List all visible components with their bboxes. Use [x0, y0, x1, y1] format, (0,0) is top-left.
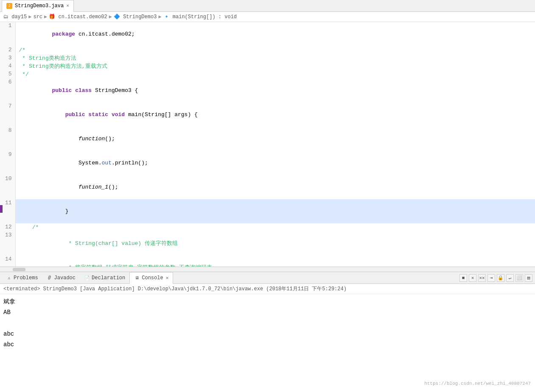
table-row: 11 }: [0, 199, 535, 223]
line-number: 2: [0, 46, 15, 54]
open-console-button[interactable]: ⬜: [515, 274, 523, 282]
line-number: 7: [0, 103, 15, 127]
breadcrumb-sep-2: ▶: [44, 14, 47, 20]
output-line-2: AB: [3, 307, 532, 318]
breadcrumb-method[interactable]: 🔹 main(String[]) : void: [163, 14, 237, 20]
declaration-icon: 📄: [84, 275, 90, 281]
output-line-1: 斌拿: [3, 297, 532, 307]
remove-button[interactable]: ✕: [469, 274, 476, 282]
problems-icon: ⚠: [6, 275, 12, 281]
table-row: 2 /*: [0, 46, 535, 54]
line-number: 8: [0, 127, 15, 151]
table-row: 5 */: [0, 70, 535, 78]
table-row: 10 funtion_1();: [0, 175, 535, 199]
tab-javadoc-label: Javadoc: [54, 275, 76, 281]
breadcrumb-day15[interactable]: 🗂 day15: [3, 14, 27, 20]
line-number: 1: [0, 22, 15, 46]
tab-declaration[interactable]: 📄 Declaration: [80, 272, 129, 284]
tab-javadoc[interactable]: @ Javadoc: [42, 272, 80, 284]
tab-close-button[interactable]: ×: [66, 3, 69, 8]
line-number: 4: [0, 62, 15, 70]
code-content[interactable]: /*: [15, 223, 535, 231]
code-table: 1 package cn.itcast.demo02; 2 /* 3 * Str…: [0, 22, 535, 272]
tab-problems[interactable]: ⚠ Problems: [2, 272, 42, 284]
code-content[interactable]: * String类构造方法: [15, 54, 535, 62]
editor-area[interactable]: 1 package cn.itcast.demo02; 2 /* 3 * Str…: [0, 22, 535, 272]
javadoc-icon: @: [47, 275, 53, 281]
line-number: 13: [0, 231, 15, 256]
table-row: 6 public class StringDemo3 {: [0, 78, 535, 103]
bottom-panel: ⚠ Problems @ Javadoc 📄 Declaration 🖥 Con…: [0, 272, 535, 389]
code-content[interactable]: * String类的构造方法,重载方式: [15, 62, 535, 70]
line-number: 6: [0, 78, 15, 103]
view-menu-button[interactable]: ▤: [525, 274, 532, 282]
horizontal-scrollbar[interactable]: [0, 267, 535, 272]
tab-console-label: Console: [142, 275, 163, 281]
table-row: 12 /*: [0, 223, 535, 231]
table-row: 13 * String(char[] value) 传递字符数组: [0, 231, 535, 256]
tab-declaration-label: Declaration: [92, 275, 125, 281]
watermark: https://blog.csdn.net/wei_zhi_40807247: [424, 381, 531, 386]
bottom-tab-bar: ⚠ Problems @ Javadoc 📄 Declaration 🖥 Con…: [0, 272, 535, 284]
scroll-lock-button[interactable]: 🔒: [497, 274, 504, 282]
code-content[interactable]: public class StringDemo3 {: [15, 78, 535, 103]
line-number: 3: [0, 54, 15, 62]
console-header: <terminated> StringDemo3 [Java Applicati…: [0, 284, 535, 294]
stop-button[interactable]: ■: [459, 274, 467, 282]
table-row: 9 System.out.println();: [0, 151, 535, 175]
tab-problems-label: Problems: [14, 275, 38, 281]
table-row: 7 public static void main(String[] args)…: [0, 103, 535, 127]
output-line-5: abc: [3, 339, 532, 350]
console-header-text: <terminated> StringDemo3 [Java Applicati…: [3, 286, 347, 292]
tab-label: StringDemo3.java: [15, 3, 64, 9]
breadcrumb: 🗂 day15 ▶ src ▶ 🎁 cn.itcast.demo02 ▶ 🔷 S…: [0, 12, 535, 22]
line-number: 12: [0, 223, 15, 231]
line-number: 10: [0, 175, 15, 199]
output-line-4: abc: [3, 329, 532, 339]
table-row: 3 * String类构造方法: [0, 54, 535, 62]
console-output: 斌拿 AB abc abc: [0, 294, 535, 389]
word-wrap-button[interactable]: ↵: [506, 274, 514, 282]
code-content[interactable]: System.out.println();: [15, 151, 535, 175]
code-content[interactable]: funtion_1();: [15, 175, 535, 199]
code-content[interactable]: public static void main(String[] args) {: [15, 103, 535, 127]
code-content[interactable]: /*: [15, 46, 535, 54]
console-toolbar: ■ ✕ ✕✕ ⇥ 🔒 ↵ ⬜ ▤: [457, 274, 535, 282]
code-content[interactable]: package cn.itcast.demo02;: [15, 22, 535, 46]
code-content[interactable]: * String(char[] value) 传递字符数组: [15, 231, 535, 256]
breadcrumb-src[interactable]: src: [33, 14, 42, 20]
breadcrumb-sep-1: ▶: [28, 14, 31, 20]
tab-console[interactable]: 🖥 Console ✕: [129, 272, 173, 284]
breadcrumb-package[interactable]: 🎁 cn.itcast.demo02: [49, 14, 107, 20]
file-tab[interactable]: J StringDemo3.java ×: [2, 0, 74, 12]
breadcrumb-class[interactable]: 🔷 StringDemo3: [114, 14, 157, 20]
remove-all-button[interactable]: ✕✕: [478, 274, 486, 282]
breadcrumb-sep-4: ▶: [158, 14, 161, 20]
java-file-icon: J: [6, 3, 12, 9]
table-row: 4 * String类的构造方法,重载方式: [0, 62, 535, 70]
table-row: 8 function();: [0, 127, 535, 151]
tab-bar: J StringDemo3.java ×: [0, 0, 535, 12]
code-content[interactable]: }: [15, 199, 535, 223]
console-icon: 🖥: [134, 275, 140, 281]
code-content[interactable]: function();: [15, 127, 535, 151]
scroll-thumb: [13, 268, 25, 271]
line-number: 9: [0, 151, 15, 175]
left-marker: [0, 205, 3, 213]
console-close[interactable]: ✕: [166, 275, 169, 281]
code-content[interactable]: */: [15, 70, 535, 78]
breadcrumb-sep-3: ▶: [109, 14, 112, 20]
output-line-3: [3, 318, 532, 328]
pin-button[interactable]: ⇥: [487, 274, 495, 282]
table-row: 1 package cn.itcast.demo02;: [0, 22, 535, 46]
line-number: 5: [0, 70, 15, 78]
